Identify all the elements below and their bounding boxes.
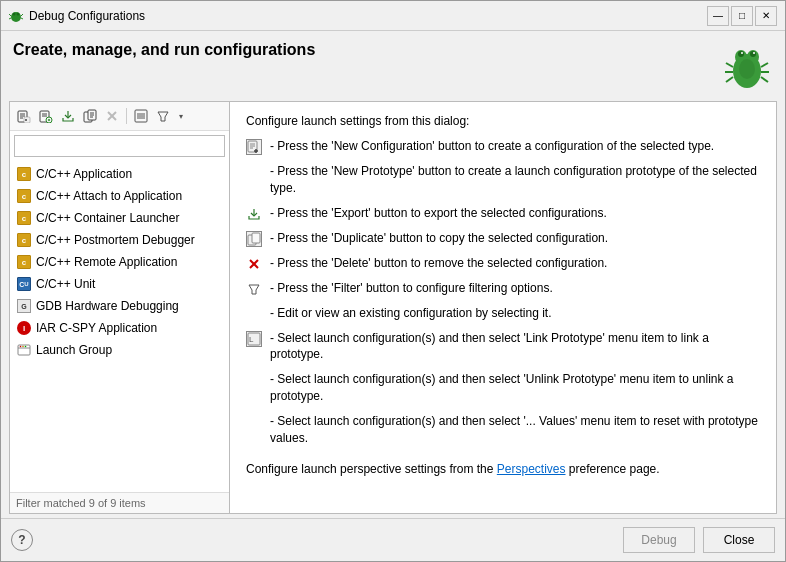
svg-point-51 bbox=[25, 346, 27, 348]
svg-point-2 bbox=[17, 12, 20, 15]
launch-icon bbox=[16, 342, 32, 358]
close-button[interactable]: Close bbox=[703, 527, 775, 553]
instruction-text: - Select launch configuration(s) and the… bbox=[270, 413, 760, 447]
tree-item-label: C/C++ Postmortem Debugger bbox=[36, 233, 195, 247]
list-item[interactable]: c C/C++ Container Launcher bbox=[10, 207, 229, 229]
instruction-item: - Press the 'Duplicate' button to copy t… bbox=[246, 230, 760, 247]
list-item[interactable]: c C/C++ Attach to Application bbox=[10, 185, 229, 207]
perspectives-text-after: preference page. bbox=[566, 462, 660, 476]
panel-footer: Filter matched 9 of 9 items bbox=[10, 492, 229, 513]
main-content: ▾ c C/C++ Application c bbox=[1, 101, 785, 518]
svg-point-10 bbox=[738, 51, 744, 57]
debug-configurations-window: Debug Configurations — □ ✕ Create, manag… bbox=[0, 0, 786, 562]
svg-marker-46 bbox=[158, 112, 168, 121]
instruction-text: - Press the 'Duplicate' button to copy t… bbox=[270, 230, 608, 247]
title-bar-controls: — □ ✕ bbox=[707, 6, 777, 26]
debug-button[interactable]: Debug bbox=[623, 527, 695, 553]
button-bar: ? Debug Close bbox=[1, 518, 785, 561]
svg-line-4 bbox=[21, 14, 23, 16]
help-button[interactable]: ? bbox=[11, 529, 33, 551]
delete-button[interactable] bbox=[102, 106, 122, 126]
tree-item-label: Launch Group bbox=[36, 343, 112, 357]
c-unit-icon: CU bbox=[16, 276, 32, 292]
instruction-item: - Press the 'New Configuration' button t… bbox=[246, 138, 760, 155]
window-icon bbox=[9, 9, 23, 23]
list-item[interactable]: c C/C++ Postmortem Debugger bbox=[10, 229, 229, 251]
svg-point-50 bbox=[22, 346, 24, 348]
toolbar-separator bbox=[126, 108, 127, 124]
toolbar: ▾ bbox=[10, 102, 229, 131]
search-input[interactable] bbox=[14, 135, 225, 157]
perspectives-link[interactable]: Perspectives bbox=[497, 462, 566, 476]
instruction-text: - Select launch configuration(s) and the… bbox=[270, 330, 760, 364]
list-item[interactable]: c C/C++ Remote Application bbox=[10, 251, 229, 273]
svg-rect-60 bbox=[252, 233, 260, 243]
c-icon: c bbox=[16, 166, 32, 182]
c-icon: c bbox=[16, 232, 32, 248]
title-bar-left: Debug Configurations bbox=[9, 9, 145, 23]
list-item[interactable]: I IAR C-SPY Application bbox=[10, 317, 229, 339]
perspectives-text-before: Configure launch perspective settings fr… bbox=[246, 462, 497, 476]
collapse-button[interactable] bbox=[131, 106, 151, 126]
c-icon: c bbox=[16, 188, 32, 204]
svg-point-20 bbox=[739, 59, 755, 79]
left-panel: ▾ c C/C++ Application c bbox=[10, 102, 230, 513]
instruction-text: - Select launch configuration(s) and the… bbox=[270, 371, 760, 405]
svg-line-14 bbox=[726, 63, 733, 67]
list-item[interactable]: Launch Group bbox=[10, 339, 229, 361]
tree-item-label: GDB Hardware Debugging bbox=[36, 299, 179, 313]
list-item[interactable]: c C/C++ Application bbox=[10, 163, 229, 185]
panels: ▾ c C/C++ Application c bbox=[9, 101, 777, 514]
instruction-text: - Press the 'New Configuration' button t… bbox=[270, 138, 714, 155]
svg-line-6 bbox=[21, 18, 23, 19]
minimize-button[interactable]: — bbox=[707, 6, 729, 26]
svg-marker-63 bbox=[249, 285, 259, 294]
new-config-button[interactable] bbox=[14, 106, 34, 126]
instruction-item: L - Select launch configuration(s) and t… bbox=[246, 330, 760, 364]
instruction-text: - Press the 'New Prototype' button to cr… bbox=[270, 163, 760, 197]
close-window-button[interactable]: ✕ bbox=[755, 6, 777, 26]
svg-line-19 bbox=[761, 77, 768, 82]
maximize-button[interactable]: □ bbox=[731, 6, 753, 26]
svg-point-49 bbox=[20, 346, 22, 348]
new-config-instr-icon bbox=[246, 139, 262, 155]
instruction-list: - Press the 'New Configuration' button t… bbox=[246, 138, 760, 446]
window-header: Create, manage, and run configurations bbox=[1, 31, 785, 101]
svg-line-5 bbox=[9, 18, 11, 19]
tree-list: c C/C++ Application c C/C++ Attach to Ap… bbox=[10, 161, 229, 492]
svg-line-3 bbox=[9, 14, 11, 16]
link-instr-icon: L bbox=[246, 331, 262, 347]
instruction-text: - Edit or view an existing configuration… bbox=[270, 305, 551, 322]
title-bar: Debug Configurations — □ ✕ bbox=[1, 1, 785, 31]
gdb-icon: G bbox=[16, 298, 32, 314]
dup-instr-icon bbox=[246, 231, 262, 247]
filter-dropdown-button[interactable]: ▾ bbox=[175, 106, 187, 126]
title-bar-text: Debug Configurations bbox=[29, 9, 145, 23]
no-instr-icon-3 bbox=[246, 372, 262, 388]
svg-point-1 bbox=[13, 12, 16, 15]
iar-icon: I bbox=[16, 320, 32, 336]
no-instr-icon-2 bbox=[246, 306, 262, 322]
svg-line-18 bbox=[726, 77, 733, 82]
launch-group-icon bbox=[17, 343, 31, 357]
tree-item-label: C/C++ Unit bbox=[36, 277, 95, 291]
filter-button[interactable] bbox=[153, 106, 173, 126]
svg-point-11 bbox=[750, 51, 756, 57]
svg-point-12 bbox=[741, 52, 743, 54]
instruction-item: - Press the 'Delete' button to remove th… bbox=[246, 255, 760, 272]
c-icon: c bbox=[16, 254, 32, 270]
new-prototype-button[interactable] bbox=[36, 106, 56, 126]
svg-line-15 bbox=[761, 63, 768, 67]
instruction-item: - Press the 'Export' button to export th… bbox=[246, 205, 760, 222]
tree-item-label: C/C++ Remote Application bbox=[36, 255, 177, 269]
right-panel-title: Configure launch settings from this dial… bbox=[246, 114, 760, 128]
svg-point-13 bbox=[753, 52, 755, 54]
export-button[interactable] bbox=[58, 106, 78, 126]
list-item[interactable]: G GDB Hardware Debugging bbox=[10, 295, 229, 317]
tree-item-label: C/C++ Application bbox=[36, 167, 132, 181]
instruction-item: - Select launch configuration(s) and the… bbox=[246, 413, 760, 447]
header-title: Create, manage, and run configurations bbox=[13, 41, 315, 59]
tree-item-label: C/C++ Container Launcher bbox=[36, 211, 179, 225]
duplicate-button[interactable] bbox=[80, 106, 100, 126]
list-item[interactable]: CU C/C++ Unit bbox=[10, 273, 229, 295]
